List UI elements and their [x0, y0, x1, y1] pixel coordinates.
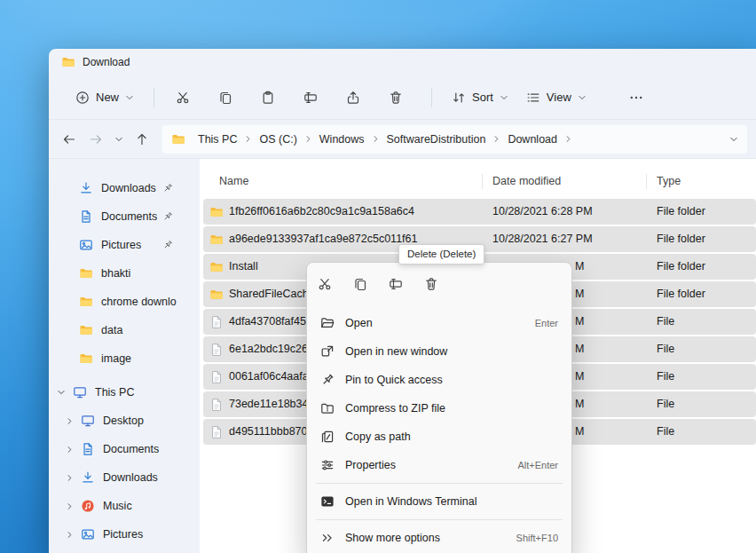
chevron-right-icon[interactable] — [64, 474, 75, 482]
sidebar-item-desktop[interactable]: Desktop — [49, 407, 200, 435]
breadcrumb-item-softwaredistribution[interactable]: SoftwareDistribution — [382, 130, 492, 148]
file-date-modified: 10/28/2021 6:28 PM — [492, 199, 593, 225]
file-explorer-window: Download New Sort View — [49, 49, 756, 553]
sidebar-item-downloads[interactable]: Downloads — [49, 174, 200, 202]
history-dropdown-button[interactable] — [109, 126, 129, 153]
sidebar-item-pictures[interactable]: Pictures — [49, 520, 200, 549]
monitor-icon — [81, 414, 95, 428]
sidebar-item-documents[interactable]: Documents — [49, 202, 200, 231]
column-header-name[interactable]: Name — [219, 170, 248, 193]
folder-icon — [209, 205, 224, 219]
sidebar-item-music[interactable]: Music — [49, 492, 200, 520]
sidebar-item-label: Downloads — [101, 182, 191, 194]
cut-quick-button[interactable] — [307, 270, 343, 298]
chevron-right-icon[interactable] — [64, 502, 75, 510]
file-row-1fb26ff0616a6b2c80c9a1c9a158a6c4[interactable]: 1fb26ff0616a6b2c80c9a1c9a158a6c410/28/20… — [203, 199, 756, 225]
rename-button[interactable] — [293, 82, 328, 114]
ellipsis-icon — [629, 91, 643, 105]
chevron-right-icon[interactable] — [303, 135, 314, 143]
file-icon — [209, 343, 224, 357]
sidebar-item-bhakti[interactable]: bhakti — [49, 259, 200, 288]
folder-icon — [171, 132, 185, 146]
paste-button[interactable] — [250, 82, 286, 114]
chevron-right-icon[interactable] — [563, 135, 574, 143]
rename-icon — [303, 91, 318, 105]
chevron-right-icon[interactable] — [242, 135, 254, 143]
sidebar-item-image[interactable]: image — [49, 344, 200, 373]
chevron-down-icon — [125, 93, 134, 102]
sidebar-item-pictures[interactable]: Pictures — [49, 231, 200, 259]
chevron-down-icon[interactable] — [56, 388, 67, 397]
chevron-right-icon[interactable] — [64, 531, 75, 539]
open-new-window-icon — [320, 344, 335, 359]
chevron-right-icon[interactable] — [370, 135, 382, 143]
download-icon — [79, 181, 93, 195]
download-icon — [81, 470, 95, 485]
more-options-button[interactable] — [618, 82, 654, 114]
cut-button[interactable] — [165, 82, 201, 114]
breadcrumb-item-this-pc[interactable]: This PC — [193, 130, 242, 148]
file-name: SharedFileCache — [229, 281, 315, 307]
column-divider[interactable] — [646, 174, 647, 189]
column-header-type[interactable]: Type — [657, 170, 681, 193]
breadcrumb-items: This PCOS (C:)WindowsSoftwareDistributio… — [193, 130, 574, 148]
rename-quick-button[interactable] — [378, 270, 413, 298]
share-button[interactable] — [335, 82, 371, 114]
sidebar-item-downloads[interactable]: Downloads — [49, 463, 200, 492]
copy-path-icon — [320, 430, 335, 444]
context-menu-item-show-more-options[interactable]: Show more optionsShift+F10 — [311, 524, 568, 552]
context-menu-item-open-in-windows-terminal[interactable]: Open in Windows Terminal — [311, 487, 568, 516]
paste-icon — [261, 91, 275, 105]
context-menu-item-open[interactable]: OpenEnter — [311, 309, 568, 337]
back-button[interactable] — [56, 126, 83, 153]
chevron-right-icon[interactable] — [491, 135, 502, 143]
up-button[interactable] — [129, 126, 155, 153]
sidebar-item-label: This PC — [95, 386, 191, 399]
sidebar-item-documents[interactable]: Documents — [49, 435, 200, 463]
zip-icon — [320, 401, 335, 415]
chevron-right-icon[interactable] — [64, 417, 75, 425]
sidebar-item-data[interactable]: data — [49, 316, 200, 344]
delete-button[interactable] — [378, 82, 413, 114]
address-dropdown-icon[interactable] — [729, 135, 738, 144]
folder-icon — [209, 233, 224, 247]
sidebar-item-label: Desktop — [103, 415, 191, 427]
desktop-background: Download New Sort View — [0, 0, 756, 553]
breadcrumb-item-os-c[interactable]: OS (C:) — [254, 130, 302, 148]
menu-item-label: Compress to ZIP file — [345, 402, 558, 415]
file-name: 4dfa43708faf4597 — [229, 309, 319, 335]
breadcrumb[interactable]: This PCOS (C:)WindowsSoftwareDistributio… — [162, 125, 747, 154]
context-menu-item-properties[interactable]: PropertiesAlt+Enter — [311, 451, 568, 479]
sidebar-item-label: image — [101, 352, 191, 365]
sidebar-item-label: data — [101, 324, 191, 336]
file-type: File — [657, 419, 674, 445]
up-arrow-icon — [135, 132, 149, 146]
menu-item-label: Open in new window — [345, 345, 558, 358]
new-button[interactable]: New — [67, 82, 143, 114]
column-header-date-modified[interactable]: Date modified — [492, 170, 561, 193]
context-menu-item-copy-as-path[interactable]: Copy as path — [311, 423, 568, 451]
breadcrumb-item-windows[interactable]: Windows — [314, 130, 370, 148]
folder-icon — [79, 323, 93, 337]
context-menu: OpenEnterOpen in new windowPin to Quick … — [306, 262, 572, 553]
sidebar-item-this-pc[interactable]: This PC — [49, 378, 200, 407]
copy-button[interactable] — [208, 82, 243, 114]
document-icon — [81, 442, 95, 456]
file-type: File — [657, 391, 674, 417]
sort-icon — [452, 91, 466, 105]
chevron-right-icon[interactable] — [64, 446, 75, 454]
address-bar: This PCOS (C:)WindowsSoftwareDistributio… — [49, 120, 756, 159]
breadcrumb-item-download[interactable]: Download — [502, 130, 563, 148]
context-menu-item-open-in-new-window[interactable]: Open in new window — [311, 337, 568, 366]
context-menu-item-pin-to-quick-access[interactable]: Pin to Quick access — [311, 366, 568, 394]
copy-quick-button[interactable] — [343, 270, 378, 298]
forward-button[interactable] — [83, 126, 109, 153]
titlebar[interactable]: Download — [49, 49, 756, 75]
view-button[interactable]: View — [517, 82, 595, 114]
sidebar-item-chrome-downlo[interactable]: chrome downlo — [49, 288, 200, 316]
column-divider[interactable] — [482, 174, 483, 189]
sort-button[interactable]: Sort — [443, 82, 517, 114]
delete-quick-button[interactable] — [413, 270, 449, 298]
copy-icon — [353, 277, 367, 291]
context-menu-item-compress-to-zip-file[interactable]: Compress to ZIP file — [311, 394, 568, 423]
